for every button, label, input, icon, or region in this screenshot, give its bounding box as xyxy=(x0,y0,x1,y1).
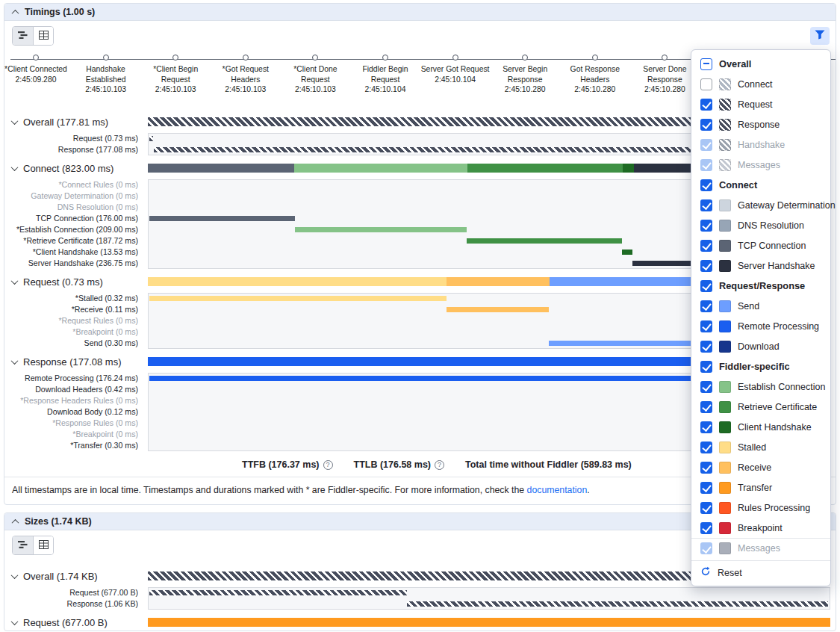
filter-item-messages[interactable]: Messages xyxy=(691,538,830,558)
filter-item-download[interactable]: Download xyxy=(691,336,830,356)
group-title: Response (177.08 ms) xyxy=(23,356,122,368)
view-toggle-group xyxy=(12,26,54,46)
timeline-milestone: Server Done Response2:45:10.280 xyxy=(629,51,700,95)
timing-row: Response (1.06 KB) xyxy=(4,598,830,610)
checkbox-checked[interactable] xyxy=(700,320,712,332)
checkbox-checked[interactable] xyxy=(700,199,712,211)
milestone-dot xyxy=(312,55,318,61)
reset-button[interactable]: Reset xyxy=(691,560,830,584)
checkbox-checked[interactable] xyxy=(700,341,712,353)
filter-item-label: Send xyxy=(738,301,759,312)
filter-item-transfer[interactable]: Transfer xyxy=(691,477,830,498)
filter-item-retrieve-certificate[interactable]: Retrieve Certificate xyxy=(691,397,830,417)
filter-item-request[interactable]: Request xyxy=(691,94,830,114)
timing-row-label: Server Handshake (236.75 ms) xyxy=(4,258,143,269)
filter-item-handshake[interactable]: Handshake xyxy=(691,134,830,155)
timing-row-label: TCP Connection (176.00 ms) xyxy=(4,213,143,224)
checkbox-checked[interactable] xyxy=(700,442,712,453)
table-icon xyxy=(39,31,49,42)
checkbox-checked[interactable] xyxy=(700,119,712,131)
filter-item-dns-resolution[interactable]: DNS Resolution xyxy=(691,215,830,235)
checkbox-checked[interactable] xyxy=(700,401,712,413)
checkbox-checked[interactable] xyxy=(700,361,712,373)
color-swatch xyxy=(719,139,731,151)
timing-row-label: Response (1.06 KB) xyxy=(4,598,143,610)
filter-item-label: Messages xyxy=(738,543,780,554)
table-view-button[interactable] xyxy=(33,536,53,554)
checkbox-checked[interactable] xyxy=(700,462,712,474)
filter-item-label: Stalled xyxy=(738,442,766,453)
checkbox-checked[interactable] xyxy=(700,240,712,252)
checkbox-checked[interactable] xyxy=(700,99,712,111)
filter-item-fiddler-specific[interactable]: Fiddler-specific xyxy=(691,356,830,377)
checkbox-checked[interactable] xyxy=(700,179,712,191)
milestone-time: 2:45:09.280 xyxy=(0,75,72,85)
chevron-down-icon xyxy=(11,117,19,125)
filter-item-establish-connection[interactable]: Establish Connection xyxy=(691,377,830,397)
filter-item-connect[interactable]: Connect xyxy=(691,74,830,94)
view-toggle-group xyxy=(12,536,54,555)
filter-item-tcp-connection[interactable]: TCP Connection xyxy=(691,235,830,255)
milestone-label: Fiddler Begin Request xyxy=(349,64,421,84)
chevron-down-icon xyxy=(11,164,19,171)
timing-row-label: DNS Resolution (0 ms) xyxy=(4,202,143,213)
checkbox-checked[interactable] xyxy=(700,502,712,514)
filter-item-request-response[interactable]: Request/Response xyxy=(691,276,830,296)
color-swatch xyxy=(719,381,731,393)
filter-item-gateway-determination[interactable]: Gateway Determination xyxy=(691,195,830,215)
milestone-time: 2:45:10.103 xyxy=(140,84,211,95)
checkbox-disabled[interactable] xyxy=(700,159,712,171)
filter-item-connect[interactable]: Connect xyxy=(691,175,830,195)
filter-item-server-handshake[interactable]: Server Handshake xyxy=(691,255,830,276)
color-swatch xyxy=(719,502,731,514)
color-swatch xyxy=(719,260,731,272)
checkbox-disabled[interactable] xyxy=(700,542,712,554)
collapse-chevron-up-icon xyxy=(12,9,19,16)
filter-button[interactable] xyxy=(810,27,830,45)
checkbox-checked[interactable] xyxy=(700,220,712,232)
filter-menu: OverallConnectRequestResponseHandshakeMe… xyxy=(691,49,831,586)
table-view-button[interactable] xyxy=(33,27,53,45)
filter-item-receive[interactable]: Receive xyxy=(691,457,830,477)
timing-row-label: Download Body (0.12 ms) xyxy=(4,406,143,418)
filter-item-label: Connect xyxy=(719,179,757,190)
checkbox-disabled[interactable] xyxy=(700,139,712,151)
checkbox-indeterminate[interactable] xyxy=(700,58,712,70)
color-swatch xyxy=(719,220,731,232)
chevron-down-icon xyxy=(11,277,19,285)
info-icon[interactable]: ? xyxy=(323,460,333,470)
group-header[interactable]: Request (677.00 B) xyxy=(4,614,836,631)
checkbox-checked[interactable] xyxy=(700,482,712,494)
filter-item-overall[interactable]: Overall xyxy=(691,54,830,74)
timeline-milestone: Server Begin Response2:45:10.280 xyxy=(489,51,561,95)
color-swatch xyxy=(719,442,731,453)
color-swatch xyxy=(719,482,731,494)
filter-item-label: Request xyxy=(738,99,773,110)
filter-item-label: Download xyxy=(738,341,780,352)
filter-item-response[interactable]: Response xyxy=(691,114,830,134)
checkbox-checked[interactable] xyxy=(700,260,712,272)
timings-section-header[interactable]: Timings (1.00 s) xyxy=(4,4,836,21)
waterfall-view-button[interactable] xyxy=(13,27,33,45)
milestone-label: Got Response Headers xyxy=(559,64,631,84)
checkbox-unchecked[interactable] xyxy=(700,78,712,90)
documentation-link[interactable]: documentation xyxy=(527,485,588,495)
checkbox-checked[interactable] xyxy=(700,381,712,393)
filter-item-send[interactable]: Send xyxy=(691,296,830,316)
filter-item-label: Remote Processing xyxy=(738,321,819,332)
checkbox-checked[interactable] xyxy=(700,421,712,433)
filter-item-rules-processing[interactable]: Rules Processing xyxy=(691,498,830,518)
waterfall-view-button[interactable] xyxy=(13,536,33,554)
checkbox-checked[interactable] xyxy=(700,522,712,534)
filter-item-messages[interactable]: Messages xyxy=(691,155,830,175)
filter-item-stalled[interactable]: Stalled xyxy=(691,437,830,457)
timeline-milestone: *Client Done Request2:45:10.103 xyxy=(279,51,351,95)
checkbox-checked[interactable] xyxy=(700,300,712,312)
reset-icon xyxy=(700,566,711,579)
note-text-end: . xyxy=(587,485,589,495)
filter-item-breakpoint[interactable]: Breakpoint xyxy=(691,518,830,538)
filter-item-remote-processing[interactable]: Remote Processing xyxy=(691,316,830,336)
checkbox-checked[interactable] xyxy=(700,280,712,292)
info-icon[interactable]: ? xyxy=(435,460,444,470)
filter-item-client-handshake[interactable]: Client Handshake xyxy=(691,417,830,437)
